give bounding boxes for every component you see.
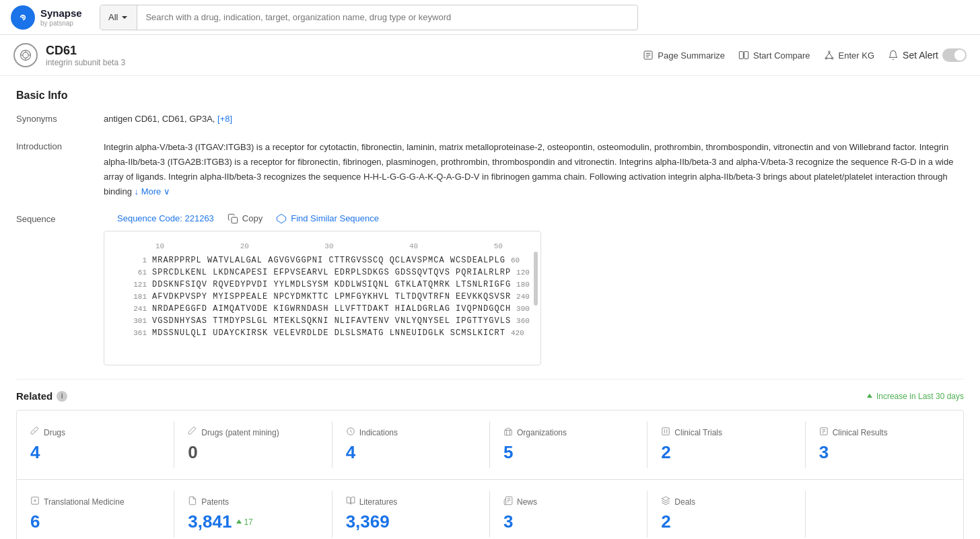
seq-end-num: 180 [516, 281, 530, 289]
sequence-box[interactable]: 1020304050 1MRARPPRPL WATVLALGAL AGVGVGG… [104, 231, 541, 365]
medicine-icon [30, 496, 40, 507]
patent-increase: 17 [236, 517, 252, 527]
related-item[interactable]: Clinical Results 3 [806, 421, 963, 468]
svg-marker-21 [277, 214, 286, 223]
related-item-header: Clinical Trials [661, 427, 791, 438]
introduction-value: Integrin alpha-V/beta-3 (ITGAV:ITGB3) is… [104, 140, 964, 199]
sequence-scrollbar[interactable] [534, 252, 538, 306]
introduction-text: Integrin alpha-V/beta-3 (ITGAV:ITGB3) is… [104, 142, 953, 196]
sequence-line: 1MRARPPRPL WATVLALGAL AGVGVGGPNI CTTRGVS… [115, 256, 530, 265]
related-item-header: Drugs (patent mining) [188, 427, 318, 438]
related-item[interactable]: Drugs (patent mining) 0 [174, 421, 332, 468]
related-item-label: Indications [359, 428, 398, 437]
related-item[interactable] [806, 491, 963, 538]
increase-label: Increase in Last 30 days [866, 392, 964, 401]
header-actions: Page Summarize Start Compare Enter KG Se… [643, 48, 967, 62]
seq-end-num: 120 [516, 268, 530, 277]
drug-patent-icon [188, 427, 197, 438]
introduction-label: Introduction [16, 140, 104, 151]
sequence-row: Sequence Sequence Code: 221263 Copy Find… [16, 213, 964, 365]
compare-icon [738, 50, 749, 61]
svg-rect-13 [744, 52, 748, 59]
related-row-1: Drugs 4 Drugs (patent mining) 0 Indicati… [17, 410, 963, 480]
related-item-header: Patents [188, 496, 318, 507]
related-item-count: 3 [819, 442, 950, 463]
page-summarize-button[interactable]: Page Summarize [643, 50, 725, 61]
copy-button[interactable]: Copy [228, 213, 262, 224]
related-item[interactable]: News 3 [490, 491, 648, 538]
related-item[interactable]: Clinical Trials 2 [648, 421, 805, 468]
related-item-count: 2 [661, 511, 791, 532]
deal-icon [661, 496, 670, 507]
chevron-down-icon [120, 13, 129, 22]
related-item-header: Indications [346, 427, 476, 438]
introduction-more-link[interactable]: ↓ More ∨ [135, 186, 170, 196]
related-info-icon[interactable]: i [57, 391, 67, 402]
page-title-block: CD61 integrin subunit beta 3 [46, 44, 125, 67]
search-input[interactable] [145, 12, 629, 22]
related-item-label: Organizations [517, 428, 567, 437]
related-item-header: News [503, 496, 633, 507]
result-icon [819, 427, 829, 438]
set-alert-toggle[interactable] [942, 48, 967, 62]
search-filter-dropdown[interactable]: All [100, 5, 137, 30]
related-item-header: Literatures [346, 496, 476, 507]
related-item-label: Translational Medicine [44, 497, 125, 507]
related-title: Related i [16, 390, 67, 402]
find-similar-sequence-button[interactable]: Find Similar Sequence [276, 213, 379, 224]
related-item[interactable]: Translational Medicine 6 [17, 491, 174, 538]
svg-line-18 [829, 53, 833, 58]
related-item[interactable]: Literatures 3,369 [332, 491, 490, 538]
related-item[interactable]: Drugs 4 [17, 421, 174, 468]
seq-num: 121 [115, 281, 152, 289]
synonyms-row: Synonyms antigen CD61, CD61, GP3A, [+8] [16, 112, 964, 127]
start-compare-button[interactable]: Start Compare [738, 50, 810, 61]
svg-rect-12 [739, 52, 743, 59]
seq-end-num: 420 [511, 329, 524, 337]
seq-num: 1 [115, 256, 152, 264]
seq-data: VGSDNHYSAS TTMDYPSLGL MTEKLSQKNI NLIFAVT… [152, 316, 511, 326]
related-item-label: News [517, 497, 537, 507]
set-alert-label: Set Alert [903, 50, 938, 61]
patent-icon [188, 496, 197, 507]
sequence-code-link[interactable]: Sequence Code: 221263 [117, 213, 214, 223]
sequence-line: 241NRDAPEGGFD AIMQATVODE KIGWRNDASH LLVF… [115, 304, 530, 314]
kg-icon [824, 50, 835, 61]
related-item-count: 5 [503, 442, 633, 463]
synonyms-more-link[interactable]: [+8] [217, 114, 232, 124]
lit-icon [346, 496, 355, 507]
related-item-count: 2 [661, 442, 791, 463]
page-header: CD61 integrin subunit beta 3 Page Summar… [0, 35, 980, 76]
seq-num: 241 [115, 305, 152, 313]
related-item[interactable]: Indications 4 [332, 421, 490, 468]
related-item-count: 3,369 [346, 511, 476, 532]
search-input-wrapper [137, 12, 637, 22]
introduction-row: Introduction Integrin alpha-V/beta-3 (IT… [16, 140, 964, 199]
page-header-left: CD61 integrin subunit beta 3 [13, 43, 643, 67]
sequence-line: 301VGSDNHYSAS TTMDYPSLGL MTEKLSQKNI NLIF… [115, 316, 530, 326]
svg-rect-20 [232, 217, 238, 223]
svg-point-3 [23, 52, 28, 58]
related-item[interactable]: Patents 3,841 17 [174, 491, 332, 538]
sequence-box-wrapper: 1020304050 1MRARPPRPL WATVLALGAL AGVGVGG… [104, 231, 541, 365]
alert-icon [888, 50, 899, 61]
related-item[interactable]: Organizations 5 [490, 421, 648, 468]
sequence-ruler: 1020304050 [115, 242, 530, 256]
toggle-knob [954, 50, 965, 61]
logo-area: Synapse by patsnap [11, 5, 92, 30]
patent-count-row: 3,841 17 [188, 511, 318, 532]
related-item-count: 4 [346, 442, 476, 463]
related-row-2: Translational Medicine 6 Patents 3,841 1… [17, 480, 963, 539]
svg-rect-24 [505, 430, 512, 435]
patent-increase-arrow [236, 519, 242, 526]
related-item[interactable]: Deals 2 [648, 491, 805, 538]
svg-rect-25 [662, 428, 670, 435]
top-nav: Synapse by patsnap All [0, 0, 980, 35]
enter-kg-button[interactable]: Enter KG [824, 50, 874, 61]
seq-data: NRDAPEGGFD AIMQATVODE KIGWRNDASH LLVFTTD… [152, 304, 511, 314]
related-item-count: 0 [188, 442, 318, 463]
seq-data: DDSKNFSIQV RQVEDYPVDI YYLMDLSYSM KDDLWSI… [152, 280, 511, 289]
logo-text: Synapse by patsnap [40, 7, 82, 28]
related-item-header: Organizations [503, 427, 633, 438]
search-bar: All [100, 5, 638, 30]
